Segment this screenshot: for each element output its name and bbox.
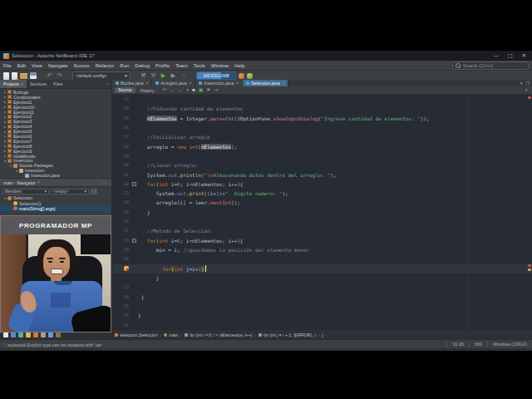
explorer-tab-files[interactable]: Files — [50, 80, 66, 88]
close-icon[interactable]: × — [190, 81, 192, 86]
code-line[interactable]: 35 — [112, 302, 532, 311]
code-line[interactable]: 33 — [112, 283, 532, 292]
strip-icon-8[interactable] — [56, 332, 61, 337]
code-line[interactable]: 22− for(int i=0; i<nElementos; i++){ — [112, 180, 532, 189]
close-icon[interactable]: × — [236, 81, 239, 86]
save-all-icon[interactable] — [30, 72, 37, 79]
split-editor-icon[interactable]: + — [525, 87, 530, 93]
menu-item-profile[interactable]: Profile — [155, 63, 170, 68]
editor-tab-seleccion.java[interactable]: Seleccion.java× — [243, 80, 288, 86]
code-line[interactable]: } — [112, 273, 532, 283]
bookmark-icon[interactable]: ⚑ — [206, 86, 210, 94]
config-select[interactable]: <default config>▾ — [72, 71, 131, 81]
code-line[interactable]: 25 } — [112, 208, 532, 217]
code-line[interactable]: 13 — [112, 95, 532, 104]
code-line[interactable]: 21 System.out.println("\nAlmacenando dat… — [112, 170, 532, 180]
new-file-icon[interactable] — [3, 72, 9, 80]
code-line[interactable]: 20 //Llenar arreglo: — [112, 160, 532, 170]
code-line[interactable]: 36} — [112, 311, 532, 320]
forward-icon[interactable]: → — [178, 86, 183, 94]
breadcrumb-item[interactable]: for (int j = i + 1; (ERROR); ) — [259, 332, 316, 337]
code-line[interactable]: 37 — [112, 321, 532, 330]
close-button[interactable]: ✕ — [522, 52, 526, 59]
open-project-icon[interactable] — [20, 73, 27, 79]
code-line[interactable]: 17 //Inicializar arreglo — [112, 132, 532, 141]
menu-item-run[interactable]: Run — [120, 63, 129, 68]
menu-item-tools[interactable]: Tools — [194, 63, 205, 68]
memory-indicator[interactable]: 245.5/512.0MB — [196, 71, 236, 80]
breadcrumb-item[interactable]: for (int i = 0; i < nElementos; i++) — [185, 332, 252, 337]
profiler-gc-icon[interactable] — [247, 73, 253, 79]
breakpoint-icon[interactable]: ● — [186, 86, 190, 94]
strip-icon-1[interactable] — [3, 332, 8, 337]
menu-item-navigate[interactable]: Navigate — [48, 63, 68, 68]
stop-icon[interactable]: ■ — [192, 86, 195, 94]
sort-button[interactable] — [91, 189, 97, 195]
back-icon[interactable]: ← — [170, 86, 175, 94]
menu-item-source[interactable]: Source — [74, 63, 90, 68]
filter-select[interactable]: <empty> ▾ — [51, 189, 89, 195]
editor-tab-arreglos.java[interactable]: Arreglos.java× — [152, 80, 195, 86]
editor-tab-inserccion.java[interactable]: Inserccion.java× — [195, 80, 243, 86]
fold-icon[interactable]: − — [132, 182, 136, 186]
strip-icon-2[interactable] — [11, 332, 16, 337]
strip-icon-5[interactable] — [33, 332, 38, 337]
code-line[interactable]: 23 System.out.print((i+1)+". Digite nume… — [112, 189, 532, 198]
search-box[interactable]: Search (Ctrl+I) — [452, 62, 529, 70]
panel-minimize-icon[interactable]: ─ — [103, 80, 111, 88]
menu-item-window[interactable]: Window — [211, 63, 229, 68]
menu-item-team[interactable]: Team — [175, 63, 188, 68]
code-line[interactable]: 16 — [112, 123, 532, 132]
explorer-tab-projects[interactable]: Projects× — [0, 80, 27, 88]
build-icon[interactable]: ⚒ — [140, 71, 147, 80]
breadcrumb-item[interactable]: seleccion.Seleccion — [115, 332, 158, 337]
error-icon[interactable] — [124, 275, 129, 280]
profiler-snapshot-icon[interactable] — [239, 73, 244, 79]
editor-tab-bucles.java[interactable]: Bucles.java× — [112, 80, 152, 86]
menu-item-view[interactable]: View — [32, 63, 42, 68]
debug-icon[interactable]: ▶ — [170, 71, 177, 80]
code-line[interactable]: 18 arreglo = new int[nElementos]; — [112, 142, 532, 151]
error-stripe-mark[interactable] — [528, 96, 531, 99]
code-editor[interactable]: 1314 //Pidiendo cantidad de elementos15 … — [112, 95, 532, 329]
tab-list-icon[interactable]: ▾ — [520, 81, 523, 86]
undo-icon[interactable]: ↶ — [46, 71, 53, 80]
last-edit-icon[interactable]: ↶ — [162, 86, 166, 94]
code-line[interactable]: 34 } — [112, 293, 532, 302]
breadcrumb-item[interactable]: j — [323, 332, 323, 337]
menu-item-file[interactable]: File — [3, 63, 12, 68]
source-view-button[interactable]: Source — [115, 87, 135, 93]
code-line[interactable]: 26 — [112, 217, 532, 226]
code-line[interactable]: 14 //Pidiendo cantidad de elementos — [112, 104, 532, 113]
breadcrumb-item[interactable]: main — [164, 332, 178, 337]
code-line[interactable]: 15 nElementos = Integer.parseInt(JOption… — [112, 114, 532, 123]
code-line[interactable]: for(int j=i+1) — [112, 264, 532, 273]
close-icon[interactable]: × — [146, 81, 149, 86]
maximize-button[interactable]: ▢ — [507, 52, 512, 59]
history-view-button[interactable]: History — [139, 88, 155, 93]
code-line[interactable]: 30 — [112, 254, 532, 264]
close-icon[interactable]: × — [283, 81, 285, 86]
code-line[interactable]: 27 //Metodo de Seleccion: — [112, 226, 532, 235]
strip-icon-7[interactable] — [48, 332, 53, 337]
strip-icon-6[interactable] — [41, 332, 46, 337]
menu-item-debug[interactable]: Debug — [135, 63, 150, 68]
profile-icon[interactable]: ◔ — [180, 71, 187, 80]
maximize-editor-icon[interactable]: ❐ — [526, 81, 530, 86]
members-select[interactable]: Members ▾ — [2, 189, 49, 195]
code-line[interactable]: 19 — [112, 151, 532, 160]
clean-build-icon[interactable]: ⚒ — [150, 71, 157, 80]
explorer-tab-services[interactable]: Services — [27, 80, 50, 88]
next-error-icon[interactable]: ⇥ — [214, 86, 218, 94]
error-stripe-mark[interactable] — [528, 264, 531, 267]
hint-error-icon[interactable] — [124, 266, 129, 271]
navigator-close-icon[interactable]: × — [37, 180, 40, 185]
new-project-icon[interactable] — [12, 72, 17, 80]
menu-item-help[interactable]: Help — [234, 63, 244, 68]
shield-icon[interactable]: ▣ — [199, 86, 203, 94]
strip-icon-3[interactable] — [18, 332, 23, 337]
menu-item-refactor[interactable]: Refactor — [96, 63, 115, 68]
fold-icon[interactable]: − — [132, 239, 136, 243]
minimize-button[interactable]: ─ — [495, 52, 499, 59]
menu-item-edit[interactable]: Edit — [17, 63, 26, 68]
